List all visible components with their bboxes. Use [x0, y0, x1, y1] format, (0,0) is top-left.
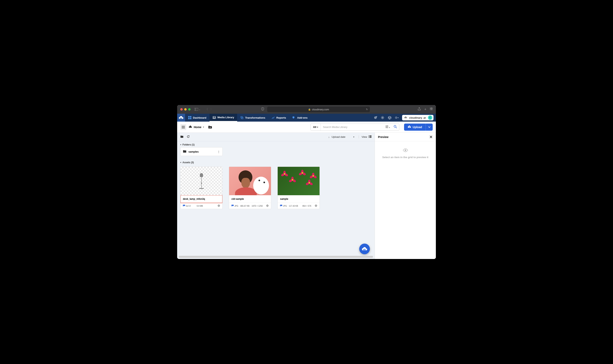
cloud-icon — [404, 116, 407, 119]
svg-point-61 — [405, 149, 406, 151]
svg-rect-37 — [369, 135, 369, 136]
svg-point-44 — [183, 205, 184, 206]
svg-point-19 — [375, 117, 376, 118]
eye-icon — [403, 148, 408, 153]
collapse-icon: ▾ — [180, 161, 181, 163]
new-tab-button[interactable]: + — [424, 107, 426, 112]
privacy-shield-icon[interactable] — [261, 107, 264, 111]
account-switcher[interactable]: cloudinary_ar C — [402, 115, 433, 120]
sort-dropdown[interactable]: ↓ Upload date ▾ — [327, 135, 356, 139]
url-bar[interactable]: 🔒 cloudinary.com ↻ — [267, 107, 370, 112]
new-folder-button[interactable] — [208, 125, 212, 129]
settings-icon[interactable] — [381, 116, 384, 119]
traffic-lights — [180, 108, 191, 111]
content-area: ↓ Upload date ▾ View ▾ Folders (1) — [177, 133, 436, 259]
nav-transformations[interactable]: Transformations — [237, 114, 268, 122]
tab-overview-button[interactable] — [430, 107, 433, 112]
minimize-window-button[interactable] — [184, 108, 187, 111]
asset-card[interactable]: cld-sample JPG 465.67 KB 1870 × 1250 — [229, 167, 271, 209]
assets-section-header[interactable]: ▾ Assets (3) — [177, 159, 375, 165]
svg-point-32 — [387, 125, 388, 126]
reports-icon — [272, 116, 275, 119]
asset-meta: JPG 117.43 KB 864 × 576 — [278, 203, 320, 209]
lock-icon: 🔒 — [308, 108, 311, 111]
svg-rect-9 — [182, 118, 182, 119]
upload-group: Upload — [404, 124, 433, 131]
svg-rect-39 — [369, 136, 369, 137]
nav-media-library[interactable]: Media Library — [210, 114, 237, 122]
horizontal-scrollbar[interactable] — [179, 256, 373, 258]
nav-reports[interactable]: Reports — [268, 114, 289, 122]
svg-rect-42 — [370, 137, 372, 138]
dashboard-icon — [188, 116, 191, 119]
search-filter-dropdown[interactable]: All ▾ — [311, 124, 321, 130]
asset-format: GLTZ — [186, 205, 191, 207]
asset-card[interactable]: desk_lamp_mfon3q GLTZ 9.8 MB — [180, 167, 223, 209]
nav-label: Reports — [276, 116, 286, 119]
brand-logo[interactable] — [177, 114, 185, 122]
cloud-home-icon — [189, 125, 192, 129]
svg-point-49 — [232, 205, 232, 206]
close-preview-button[interactable]: ✕ — [429, 135, 433, 139]
close-window-button[interactable] — [180, 108, 183, 111]
advanced-search-button[interactable]: ▾ — [384, 125, 392, 129]
folder-more-button[interactable]: ⋮ — [217, 150, 220, 153]
breadcrumb-label: Home — [194, 126, 201, 129]
list-view-icon — [369, 135, 372, 138]
svg-rect-12 — [188, 118, 190, 119]
asset-meta: JPG 465.67 KB 1870 × 1250 — [229, 203, 271, 209]
search-input[interactable] — [321, 126, 384, 129]
svg-rect-0 — [195, 108, 198, 111]
svg-point-34 — [387, 127, 387, 128]
folders-section-header[interactable]: ▾ Folders (1) — [177, 141, 375, 147]
help-icon[interactable]: ?▾ — [395, 116, 399, 119]
refresh-button[interactable] — [187, 135, 190, 139]
folder-card[interactable]: samples ⋮ — [180, 147, 223, 156]
asset-name: desk_lamp_mfon3q — [181, 195, 222, 203]
menu-toggle-button[interactable] — [180, 124, 186, 130]
main-panel: ↓ Upload date ▾ View ▾ Folders (1) — [177, 133, 375, 259]
asset-format: JPG — [283, 205, 287, 207]
view-toggle[interactable]: View — [359, 135, 372, 138]
preview-header: Preview ✕ — [375, 133, 436, 141]
breadcrumb[interactable]: Home ▾ — [189, 125, 204, 129]
reload-button[interactable]: ↻ — [366, 108, 368, 111]
forward-button[interactable]: 〉 — [210, 108, 213, 111]
package-icon[interactable] — [388, 116, 391, 119]
app-window: ⌄ 〈 〉 🔒 cloudinary.com ↻ + — [177, 105, 436, 259]
svg-rect-38 — [370, 135, 372, 136]
user-avatar[interactable]: C — [428, 116, 432, 120]
back-button[interactable]: 〈 — [205, 108, 208, 111]
svg-point-33 — [386, 126, 387, 127]
folder-icon[interactable] — [180, 135, 184, 139]
svg-rect-58 — [363, 249, 364, 250]
upload-button[interactable]: Upload — [404, 124, 426, 131]
maximize-window-button[interactable] — [188, 108, 191, 111]
view-label: View — [362, 135, 367, 138]
svg-line-36 — [396, 127, 397, 128]
search-button[interactable] — [392, 125, 399, 129]
nav-dashboard[interactable]: Dashboard — [185, 114, 210, 122]
svg-rect-40 — [370, 136, 372, 137]
collapse-icon: ▾ — [180, 144, 181, 146]
nav-label: Add-ons — [297, 116, 307, 119]
asset-card[interactable]: sample JPG 117.43 KB 864 × 576 — [278, 167, 320, 209]
asset-dimensions: 864 × 576 — [302, 205, 311, 207]
whats-new-icon[interactable] — [374, 116, 377, 119]
nav-addons[interactable]: Add-ons — [289, 114, 311, 122]
help-fab-button[interactable] — [359, 244, 370, 254]
url-text: cloudinary.com — [312, 108, 329, 111]
image-icon — [280, 205, 282, 207]
toolbar: Home ▾ All ▾ ▾ Upload — [177, 122, 436, 133]
svg-rect-10 — [188, 116, 190, 117]
share-button[interactable] — [418, 107, 421, 112]
preview-panel: Preview ✕ Select an item in the grid to … — [375, 133, 436, 259]
sort-label: Upload date — [332, 135, 346, 138]
upload-options-button[interactable] — [426, 124, 433, 131]
svg-rect-7 — [180, 118, 180, 119]
asset-meta: GLTZ 9.8 MB — [181, 203, 222, 209]
preview-empty-message: Select an item in the grid to preview it — [382, 156, 428, 159]
sidebar-toggle-button[interactable]: ⌄ — [195, 108, 200, 111]
image-icon — [231, 205, 234, 207]
svg-rect-13 — [190, 118, 191, 119]
